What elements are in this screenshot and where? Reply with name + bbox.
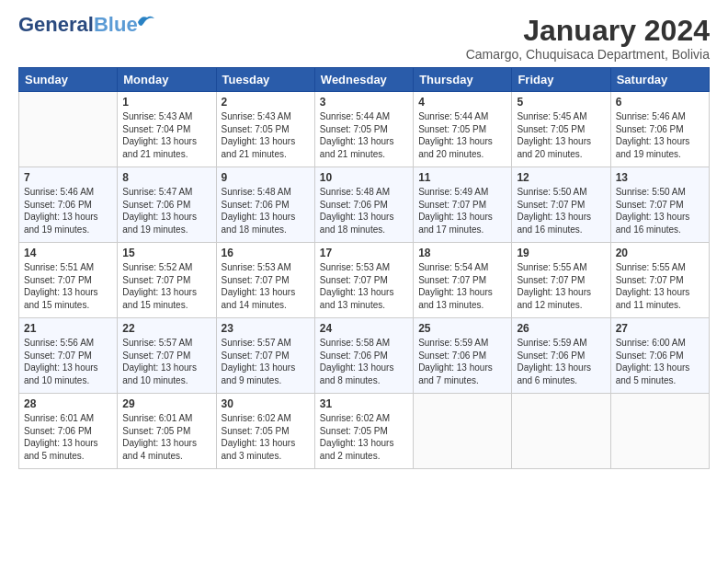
calendar-cell: 13Sunrise: 5:50 AMSunset: 7:07 PMDayligh… <box>610 167 709 243</box>
cell-content: Sunrise: 5:54 AMSunset: 7:07 PMDaylight:… <box>418 261 506 311</box>
cell-content: Sunrise: 5:43 AMSunset: 7:05 PMDaylight:… <box>222 110 310 160</box>
day-number: 31 <box>320 397 408 410</box>
day-number: 10 <box>320 171 408 184</box>
day-number: 12 <box>517 171 605 184</box>
day-number: 17 <box>320 247 408 259</box>
calendar-cell: 8Sunrise: 5:47 AMSunset: 7:06 PMDaylight… <box>118 167 216 243</box>
cell-content: Sunrise: 5:50 AMSunset: 7:07 PMDaylight:… <box>616 186 704 236</box>
cell-content: Sunrise: 5:55 AMSunset: 7:07 PMDaylight:… <box>616 261 704 311</box>
calendar-cell: 27Sunrise: 6:00 AMSunset: 7:06 PMDayligh… <box>610 318 709 394</box>
day-number: 22 <box>122 322 210 335</box>
col-header-sunday: Sunday <box>19 68 118 92</box>
cell-content: Sunrise: 6:02 AMSunset: 7:05 PMDaylight:… <box>222 412 310 462</box>
day-number: 19 <box>517 247 605 259</box>
calendar-cell: 28Sunrise: 6:01 AMSunset: 7:06 PMDayligh… <box>19 394 118 469</box>
month-title: January 2024 <box>466 15 710 47</box>
calendar-cell: 19Sunrise: 5:55 AMSunset: 7:07 PMDayligh… <box>512 243 610 318</box>
calendar-cell: 4Sunrise: 5:44 AMSunset: 7:05 PMDaylight… <box>414 92 512 167</box>
cell-content: Sunrise: 5:49 AMSunset: 7:07 PMDaylight:… <box>418 186 506 236</box>
calendar-cell: 30Sunrise: 6:02 AMSunset: 7:05 PMDayligh… <box>216 394 314 469</box>
logo-blue: Blue <box>94 13 138 36</box>
logo-bird-icon <box>136 13 156 29</box>
calendar-cell: 17Sunrise: 5:53 AMSunset: 7:07 PMDayligh… <box>314 243 413 318</box>
cell-content: Sunrise: 5:59 AMSunset: 7:06 PMDaylight:… <box>517 337 605 386</box>
calendar-cell: 22Sunrise: 5:57 AMSunset: 7:07 PMDayligh… <box>118 318 216 394</box>
calendar-cell: 10Sunrise: 5:48 AMSunset: 7:06 PMDayligh… <box>314 167 413 243</box>
calendar-cell: 5Sunrise: 5:45 AMSunset: 7:05 PMDaylight… <box>512 92 610 167</box>
calendar-cell: 31Sunrise: 6:02 AMSunset: 7:05 PMDayligh… <box>314 394 413 469</box>
calendar-table: SundayMondayTuesdayWednesdayThursdayFrid… <box>18 67 710 469</box>
calendar-header-row: SundayMondayTuesdayWednesdayThursdayFrid… <box>19 68 710 92</box>
week-row-0: 1Sunrise: 5:43 AMSunset: 7:04 PMDaylight… <box>19 92 710 167</box>
cell-content: Sunrise: 6:01 AMSunset: 7:06 PMDaylight:… <box>24 412 112 462</box>
day-number: 5 <box>517 96 605 109</box>
calendar-cell: 18Sunrise: 5:54 AMSunset: 7:07 PMDayligh… <box>414 243 512 318</box>
calendar-cell: 26Sunrise: 5:59 AMSunset: 7:06 PMDayligh… <box>512 318 610 394</box>
col-header-friday: Friday <box>512 68 610 92</box>
col-header-saturday: Saturday <box>610 68 709 92</box>
calendar-cell: 15Sunrise: 5:52 AMSunset: 7:07 PMDayligh… <box>118 243 216 318</box>
day-number: 2 <box>222 96 310 109</box>
day-number: 20 <box>616 247 704 259</box>
cell-content: Sunrise: 5:48 AMSunset: 7:06 PMDaylight:… <box>222 186 310 236</box>
day-number: 16 <box>222 247 310 259</box>
day-number: 23 <box>222 322 310 335</box>
calendar-cell: 24Sunrise: 5:58 AMSunset: 7:06 PMDayligh… <box>314 318 413 394</box>
cell-content: Sunrise: 5:43 AMSunset: 7:04 PMDaylight:… <box>122 110 210 160</box>
calendar-cell: 6Sunrise: 5:46 AMSunset: 7:06 PMDaylight… <box>610 92 709 167</box>
day-number: 11 <box>418 171 506 184</box>
day-number: 14 <box>24 247 112 259</box>
calendar-cell: 3Sunrise: 5:44 AMSunset: 7:05 PMDaylight… <box>314 92 413 167</box>
calendar-cell: 12Sunrise: 5:50 AMSunset: 7:07 PMDayligh… <box>512 167 610 243</box>
cell-content: Sunrise: 5:52 AMSunset: 7:07 PMDaylight:… <box>122 261 210 311</box>
cell-content: Sunrise: 5:53 AMSunset: 7:07 PMDaylight:… <box>222 261 310 311</box>
calendar-cell: 23Sunrise: 5:57 AMSunset: 7:07 PMDayligh… <box>216 318 314 394</box>
calendar-cell: 14Sunrise: 5:51 AMSunset: 7:07 PMDayligh… <box>19 243 118 318</box>
cell-content: Sunrise: 5:44 AMSunset: 7:05 PMDaylight:… <box>418 110 506 160</box>
day-number: 30 <box>222 397 310 410</box>
cell-content: Sunrise: 5:55 AMSunset: 7:07 PMDaylight:… <box>517 261 605 311</box>
page: GeneralBlue January 2024 Camargo, Chuqui… <box>0 0 728 478</box>
day-number: 25 <box>418 322 506 335</box>
day-number: 6 <box>616 96 704 109</box>
week-row-1: 7Sunrise: 5:46 AMSunset: 7:06 PMDaylight… <box>19 167 710 243</box>
day-number: 24 <box>320 322 408 335</box>
cell-content: Sunrise: 5:51 AMSunset: 7:07 PMDaylight:… <box>24 261 112 311</box>
cell-content: Sunrise: 5:59 AMSunset: 7:06 PMDaylight:… <box>418 337 506 386</box>
week-row-4: 28Sunrise: 6:01 AMSunset: 7:06 PMDayligh… <box>19 394 710 469</box>
location-subtitle: Camargo, Chuquisaca Department, Bolivia <box>466 47 710 62</box>
cell-content: Sunrise: 5:45 AMSunset: 7:05 PMDaylight:… <box>517 110 605 160</box>
calendar-cell <box>19 92 118 167</box>
day-number: 29 <box>122 397 210 410</box>
calendar-cell: 2Sunrise: 5:43 AMSunset: 7:05 PMDaylight… <box>216 92 314 167</box>
cell-content: Sunrise: 6:01 AMSunset: 7:05 PMDaylight:… <box>122 412 210 462</box>
day-number: 1 <box>122 96 210 109</box>
logo-text: GeneralBlue <box>18 15 138 35</box>
calendar-cell: 20Sunrise: 5:55 AMSunset: 7:07 PMDayligh… <box>610 243 709 318</box>
day-number: 18 <box>418 247 506 259</box>
calendar-cell: 25Sunrise: 5:59 AMSunset: 7:06 PMDayligh… <box>414 318 512 394</box>
cell-content: Sunrise: 5:57 AMSunset: 7:07 PMDaylight:… <box>222 337 310 386</box>
cell-content: Sunrise: 5:57 AMSunset: 7:07 PMDaylight:… <box>122 337 210 386</box>
cell-content: Sunrise: 5:50 AMSunset: 7:07 PMDaylight:… <box>517 186 605 236</box>
calendar-cell <box>414 394 512 469</box>
day-number: 4 <box>418 96 506 109</box>
cell-content: Sunrise: 5:58 AMSunset: 7:06 PMDaylight:… <box>320 337 408 386</box>
col-header-tuesday: Tuesday <box>216 68 314 92</box>
title-block: January 2024 Camargo, Chuquisaca Departm… <box>466 15 710 62</box>
day-number: 15 <box>122 247 210 259</box>
cell-content: Sunrise: 5:47 AMSunset: 7:06 PMDaylight:… <box>122 186 210 236</box>
calendar-cell: 9Sunrise: 5:48 AMSunset: 7:06 PMDaylight… <box>216 167 314 243</box>
calendar-cell: 29Sunrise: 6:01 AMSunset: 7:05 PMDayligh… <box>118 394 216 469</box>
day-number: 8 <box>122 171 210 184</box>
cell-content: Sunrise: 5:53 AMSunset: 7:07 PMDaylight:… <box>320 261 408 311</box>
calendar-cell: 21Sunrise: 5:56 AMSunset: 7:07 PMDayligh… <box>19 318 118 394</box>
cell-content: Sunrise: 5:56 AMSunset: 7:07 PMDaylight:… <box>24 337 112 386</box>
cell-content: Sunrise: 5:46 AMSunset: 7:06 PMDaylight:… <box>616 110 704 160</box>
day-number: 9 <box>222 171 310 184</box>
day-number: 27 <box>616 322 704 335</box>
header: GeneralBlue January 2024 Camargo, Chuqui… <box>18 15 710 62</box>
week-row-3: 21Sunrise: 5:56 AMSunset: 7:07 PMDayligh… <box>19 318 710 394</box>
calendar-cell <box>610 394 709 469</box>
calendar-cell: 11Sunrise: 5:49 AMSunset: 7:07 PMDayligh… <box>414 167 512 243</box>
